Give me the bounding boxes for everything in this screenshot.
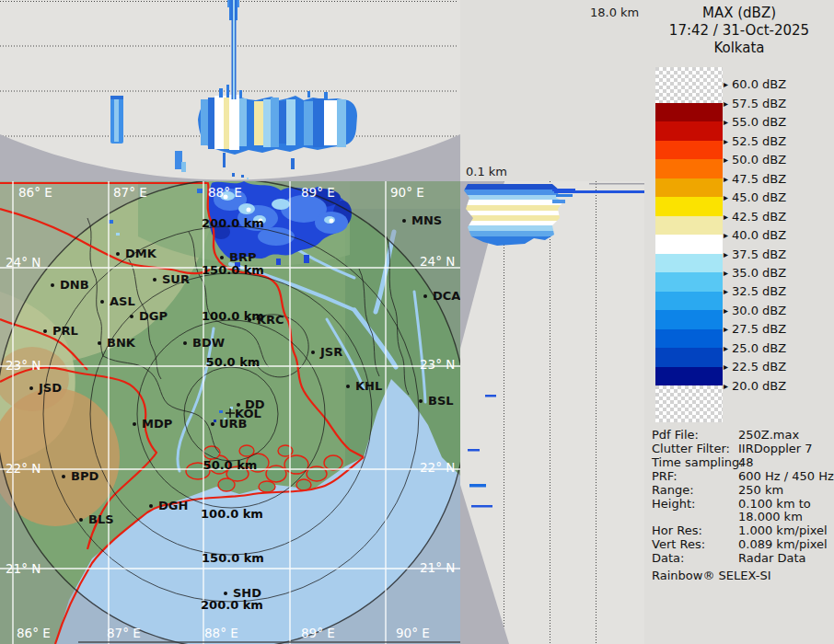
colorbar-tick: ▸40.0 dBZ	[724, 225, 832, 244]
meta-row: Data:Radar Data	[652, 552, 832, 566]
tick-arrow-icon: ▸	[724, 174, 728, 184]
top-cross-section-panel	[0, 0, 460, 181]
svg-text:89° E: 89° E	[301, 185, 335, 200]
colorbar-band	[655, 178, 723, 197]
colorbar-tick: ▸52.5 dBZ	[724, 132, 832, 150]
meta-label: Data:	[652, 552, 738, 566]
height-gridlines-vertical	[504, 181, 597, 644]
top-cross-section-canvas	[0, 0, 460, 181]
legend-header: MAX (dBZ) 17:42 / 31-Oct-2025 Kolkata	[644, 5, 834, 57]
tick-arrow-icon: ▸	[724, 117, 728, 127]
colorbar-tick: ▸42.5 dBZ	[724, 207, 832, 225]
tick-arrow-icon: ▸	[724, 324, 728, 334]
tick-arrow-icon: ▸	[724, 98, 728, 109]
tick-label: 20.0 dBZ	[732, 379, 786, 393]
svg-text:BPD: BPD	[71, 469, 98, 483]
max-height-label: 18.0 km	[590, 6, 639, 19]
svg-text:100.0 km: 100.0 km	[201, 507, 263, 521]
svg-text:150.0 km: 150.0 km	[202, 263, 264, 277]
svg-text:KHL: KHL	[355, 379, 382, 393]
svg-text:88° E: 88° E	[208, 185, 242, 200]
tick-label: 40.0 dBZ	[732, 228, 786, 242]
colorbar-overflow-bottom	[655, 385, 723, 422]
min-height-label: 0.1 km	[466, 165, 507, 178]
colorbar-tick: ▸37.5 dBZ	[724, 245, 832, 263]
svg-text:URB: URB	[219, 417, 247, 431]
meta-label: Time sampling:	[652, 456, 738, 470]
meta-label: Hor Res:	[652, 524, 738, 538]
colorbar-band	[655, 292, 723, 310]
city-dot	[220, 256, 224, 259]
city-dot	[153, 278, 156, 282]
tick-arrow-icon: ▸	[724, 362, 728, 372]
meta-label: Pdf File:	[652, 429, 738, 443]
meta-label	[652, 511, 738, 524]
svg-text:90° E: 90° E	[390, 185, 424, 200]
dbz-colorbar	[655, 67, 723, 422]
radar-application-window: 18.0 km 0.1 km	[0, 0, 834, 644]
meta-value: 600 Hz / 450 Hz	[738, 470, 834, 484]
colorbar-band	[655, 235, 723, 253]
city-dot	[311, 351, 315, 354]
meta-label: Clutter Filter:	[652, 443, 738, 456]
colorbar-tick: ▸32.5 dBZ	[724, 282, 832, 301]
colorbar-tick: ▸20.0 dBZ	[724, 376, 832, 395]
colorbar-tick: ▸22.5 dBZ	[724, 358, 832, 376]
colorbar-band	[655, 254, 723, 272]
svg-text:BLS: BLS	[88, 512, 114, 526]
meta-label: PRF:	[652, 470, 738, 484]
tick-label: 60.0 dBZ	[732, 77, 786, 91]
tick-arrow-icon: ▸	[724, 381, 728, 391]
svg-text:87° E: 87° E	[113, 185, 147, 200]
meta-label: Range:	[652, 484, 738, 498]
tick-label: 42.5 dBZ	[732, 210, 786, 224]
svg-text:22° N: 22° N	[6, 461, 41, 476]
tick-label: 32.5 dBZ	[732, 284, 786, 298]
meta-value: 250 km	[738, 484, 783, 498]
colorbar-labels: ▸60.0 dBZ ▸57.5 dBZ ▸55.0 dBZ ▸52.5 dBZ …	[724, 75, 832, 396]
meta-row: 18.000 km	[652, 511, 832, 524]
city-dot	[62, 475, 65, 478]
colorbar-band	[655, 348, 723, 366]
colorbar-band	[655, 272, 723, 291]
colorbar-tick: ▸27.5 dBZ	[724, 320, 832, 339]
svg-text:DMK: DMK	[125, 247, 157, 260]
colorbar-tick: ▸57.5 dBZ	[724, 94, 832, 112]
city-dot	[98, 341, 101, 345]
tick-label: 45.0 dBZ	[732, 190, 786, 204]
svg-text:150.0 km: 150.0 km	[202, 551, 264, 565]
colorbar-band	[655, 141, 723, 159]
echo-side-profile	[460, 184, 644, 508]
svg-text:21° N: 21° N	[6, 561, 41, 576]
svg-text:MDP: MDP	[142, 417, 172, 431]
colorbar-overflow-top	[655, 67, 723, 103]
tick-label: 52.5 dBZ	[732, 134, 786, 148]
city-dot	[130, 315, 133, 318]
panel-top-rule	[589, 183, 644, 185]
svg-text:PRL: PRL	[52, 324, 78, 338]
radar-map-panel: 86° E 87° E 88° E 89° E 90° E 86° E 87° …	[0, 181, 460, 644]
colorbar-tick: ▸60.0 dBZ	[724, 75, 832, 94]
svg-text:90° E: 90° E	[396, 626, 430, 640]
meta-row: Range:250 km	[652, 484, 832, 498]
colorbar-tick: ▸47.5 dBZ	[724, 169, 832, 188]
tick-label: 55.0 dBZ	[732, 115, 786, 129]
colorbar-tick: ▸45.0 dBZ	[724, 188, 832, 206]
city-dot	[29, 386, 33, 390]
tick-arrow-icon: ▸	[724, 249, 728, 259]
side-cross-section-canvas	[460, 181, 644, 644]
svg-text:88° E: 88° E	[204, 626, 238, 640]
city-dot	[183, 341, 187, 345]
meta-row: Vert Res:0.089 km/pixel	[652, 538, 832, 552]
product-title: MAX (dBZ)	[644, 5, 834, 22]
colorbar-band	[655, 367, 723, 385]
meta-value: 1.000 km/pixel	[738, 524, 828, 538]
tick-label: 37.5 dBZ	[732, 247, 786, 261]
tick-arrow-icon: ▸	[724, 268, 728, 278]
meta-row: Clutter Filter:IIRDoppler 7	[652, 443, 832, 456]
svg-text:23° N: 23° N	[420, 357, 455, 372]
colorbar-tick: ▸35.0 dBZ	[724, 263, 832, 282]
meta-value: 18.000 km	[738, 511, 803, 524]
svg-text:21° N: 21° N	[420, 560, 455, 575]
svg-text:BNK: BNK	[107, 336, 136, 350]
